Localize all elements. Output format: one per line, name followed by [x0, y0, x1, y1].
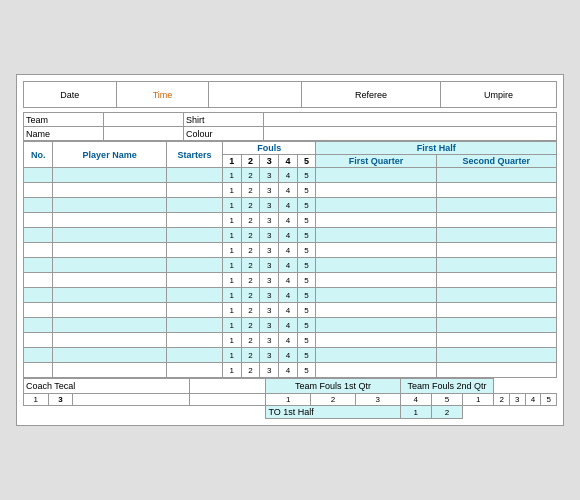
second-quarter-cell — [436, 243, 556, 258]
foul-3: 3 — [260, 273, 279, 288]
player-starters — [166, 303, 222, 318]
foul-2: 2 — [241, 243, 260, 258]
player-no — [24, 198, 53, 213]
player-name-cell — [53, 333, 167, 348]
tf1q-4: 4 — [400, 394, 431, 406]
foul-3: 3 — [260, 243, 279, 258]
player-no — [24, 348, 53, 363]
date-label: Date — [60, 90, 79, 100]
tf1q-1: 1 — [266, 394, 311, 406]
foul-1: 1 — [223, 168, 242, 183]
foul-3: 3 — [260, 303, 279, 318]
blank-to — [24, 406, 266, 419]
foul-5: 5 — [297, 168, 316, 183]
player-row: 12345 — [24, 243, 557, 258]
second-quarter-cell — [436, 303, 556, 318]
player-row: 12345 — [24, 333, 557, 348]
player-row: 12345 — [24, 348, 557, 363]
foul-3: 3 — [260, 318, 279, 333]
first-quarter-cell — [316, 168, 436, 183]
foul-4: 4 — [279, 198, 298, 213]
to-row: TO 1st Half 1 2 — [24, 406, 557, 419]
foul-1: 1 — [223, 228, 242, 243]
foul-4: 4 — [279, 273, 298, 288]
foul-1: 1 — [223, 198, 242, 213]
first-quarter-cell — [316, 363, 436, 378]
player-starters — [166, 288, 222, 303]
blank-to2 — [463, 406, 557, 419]
player-no — [24, 213, 53, 228]
name-label: Name — [26, 129, 50, 139]
foul-4: 4 — [279, 183, 298, 198]
foul-1: 1 — [223, 348, 242, 363]
tf2q-4: 4 — [525, 394, 541, 406]
foul-1-header: 1 — [223, 155, 242, 168]
time-label: Time — [153, 90, 173, 100]
foul-2: 2 — [241, 318, 260, 333]
foul-5: 5 — [297, 348, 316, 363]
player-name-cell — [53, 213, 167, 228]
player-name-cell — [53, 183, 167, 198]
player-row: 12345 — [24, 258, 557, 273]
foul-5: 5 — [297, 333, 316, 348]
foul-1: 1 — [223, 303, 242, 318]
player-row: 12345 — [24, 273, 557, 288]
first-quarter-cell — [316, 213, 436, 228]
blank-bottom — [73, 394, 190, 406]
player-row: 12345 — [24, 198, 557, 213]
player-name-cell — [53, 273, 167, 288]
blank-cell — [209, 82, 302, 108]
second-quarter-cell — [436, 168, 556, 183]
col-fouls: Fouls — [223, 142, 316, 155]
player-no — [24, 288, 53, 303]
foul-3: 3 — [260, 228, 279, 243]
foul-1: 1 — [223, 288, 242, 303]
team-fouls-1st-label: Team Fouls 1st Qtr — [266, 379, 400, 394]
foul-3: 3 — [260, 198, 279, 213]
player-name-cell — [53, 348, 167, 363]
first-quarter-cell — [316, 318, 436, 333]
scoresheet: Date Time Referee Umpire Team — [16, 74, 564, 426]
player-starters — [166, 213, 222, 228]
header-row: Date Time Referee Umpire — [24, 82, 557, 108]
foul-4: 4 — [279, 243, 298, 258]
foul-1: 1 — [223, 273, 242, 288]
player-starters — [166, 258, 222, 273]
player-starters — [166, 168, 222, 183]
col-first-half: First Half — [316, 142, 557, 155]
foul-4: 4 — [279, 288, 298, 303]
foul-3: 3 — [260, 288, 279, 303]
date-cell: Date — [24, 82, 117, 108]
referee-cell: Referee — [302, 82, 441, 108]
umpire-label: Umpire — [484, 90, 513, 100]
second-quarter-cell — [436, 213, 556, 228]
foul-5: 5 — [297, 198, 316, 213]
player-starters — [166, 198, 222, 213]
foul-4: 4 — [279, 333, 298, 348]
team-info-row: Team Shirt — [24, 113, 557, 127]
player-starters — [166, 348, 222, 363]
foul-2: 2 — [241, 213, 260, 228]
foul-1: 1 — [223, 363, 242, 378]
second-quarter-cell — [436, 318, 556, 333]
player-no — [24, 273, 53, 288]
player-starters — [166, 363, 222, 378]
foul-2: 2 — [241, 198, 260, 213]
tf1q-2: 2 — [311, 394, 356, 406]
first-quarter-cell — [316, 288, 436, 303]
player-name-cell — [53, 258, 167, 273]
to-val-2: 2 — [431, 406, 462, 419]
foul-4: 4 — [279, 303, 298, 318]
foul-4-header: 4 — [279, 155, 298, 168]
second-quarter-cell — [436, 333, 556, 348]
foul-1: 1 — [223, 318, 242, 333]
foul-5-header: 5 — [297, 155, 316, 168]
foul-2: 2 — [241, 288, 260, 303]
foul-3: 3 — [260, 258, 279, 273]
player-starters — [166, 243, 222, 258]
player-no — [24, 168, 53, 183]
second-quarter-cell — [436, 348, 556, 363]
foul-5: 5 — [297, 213, 316, 228]
blank-bottom2 — [190, 394, 266, 406]
time-cell: Time — [116, 82, 209, 108]
